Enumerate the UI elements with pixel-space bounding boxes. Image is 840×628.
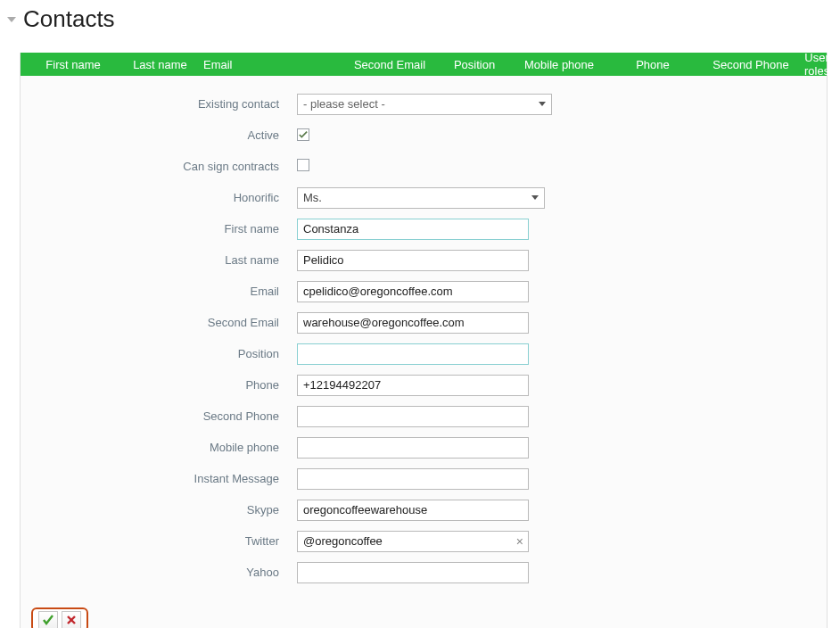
position-input[interactable] (297, 343, 529, 365)
phone-input[interactable] (297, 375, 529, 396)
email-input[interactable] (297, 281, 529, 302)
second-phone-input[interactable] (297, 406, 529, 427)
confirm-button[interactable] (38, 611, 58, 628)
contact-form: Existing contact - please select - Activ… (21, 76, 827, 602)
th-second-phone[interactable]: Second Phone (697, 58, 804, 71)
existing-contact-select[interactable]: - please select - (297, 94, 552, 115)
label-honorific: Honorific (21, 191, 297, 204)
mobile-phone-input[interactable] (297, 437, 529, 459)
chevron-down-icon (531, 195, 539, 200)
table-header: First name Last name Email Second Email … (21, 53, 827, 76)
label-email: Email (21, 285, 297, 298)
contacts-panel: First name Last name Email Second Email … (20, 53, 828, 628)
label-second-email: Second Email (21, 316, 297, 329)
last-name-input[interactable] (297, 250, 529, 271)
page-title: Contacts (23, 5, 115, 33)
clear-icon[interactable]: × (516, 535, 523, 548)
th-position[interactable]: Position (439, 58, 510, 71)
th-last-name[interactable]: Last name (122, 58, 198, 71)
label-existing-contact: Existing contact (21, 97, 297, 111)
label-twitter: Twitter (21, 534, 297, 548)
honorific-select[interactable]: Ms. (297, 187, 545, 209)
active-checkbox[interactable] (297, 128, 309, 141)
th-user-roles[interactable]: User roles (804, 51, 829, 78)
label-skype: Skype (21, 503, 297, 516)
existing-contact-value: - please select - (303, 97, 385, 111)
label-mobile-phone: Mobile phone (21, 441, 297, 454)
label-yahoo: Yahoo (21, 566, 297, 579)
second-email-input[interactable] (297, 312, 529, 334)
th-phone[interactable]: Phone (608, 58, 697, 71)
label-phone: Phone (21, 378, 297, 392)
th-first-name[interactable]: First name (24, 58, 122, 71)
chevron-down-icon (539, 102, 546, 106)
cancel-button[interactable] (62, 611, 81, 628)
twitter-input[interactable] (297, 531, 529, 552)
label-can-sign: Can sign contracts (21, 160, 297, 173)
can-sign-checkbox[interactable] (297, 159, 309, 171)
yahoo-input[interactable] (297, 562, 529, 583)
section-header[interactable]: Contacts (9, 5, 831, 33)
form-footer (31, 607, 88, 628)
label-second-phone: Second Phone (21, 409, 297, 423)
check-icon (299, 130, 308, 139)
close-icon (66, 615, 77, 625)
th-second-email[interactable]: Second Email (341, 58, 439, 71)
th-email[interactable]: Email (198, 58, 341, 71)
label-position: Position (21, 347, 297, 360)
skype-input[interactable] (297, 500, 529, 521)
collapse-caret-icon (7, 17, 16, 22)
check-icon (43, 615, 54, 625)
honorific-value: Ms. (303, 191, 322, 204)
label-active: Active (21, 128, 297, 142)
instant-message-input[interactable] (297, 468, 529, 490)
label-last-name: Last name (21, 253, 297, 267)
label-first-name: First name (21, 222, 297, 236)
th-mobile-phone[interactable]: Mobile phone (510, 58, 608, 71)
first-name-input[interactable] (297, 219, 529, 240)
label-instant-message: Instant Message (21, 472, 297, 485)
